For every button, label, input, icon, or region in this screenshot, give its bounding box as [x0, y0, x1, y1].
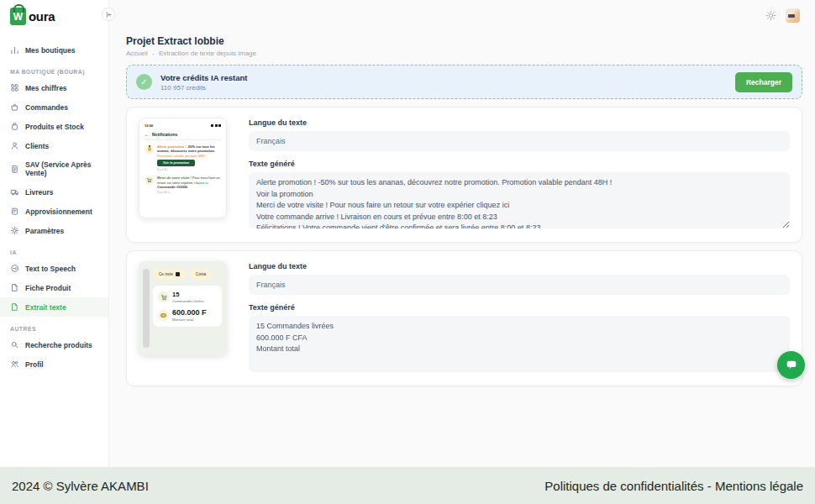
sidebar-item-approvisionnement[interactable]: Approvisionnement — [0, 202, 108, 221]
credits-amount: 110 957 crédits — [160, 84, 247, 92]
topbar — [109, 0, 815, 30]
gear-icon — [10, 226, 19, 235]
source-image-thumbnail-dashboard[interactable]: Ce mois Conta 15 Commandes livrées — [139, 261, 227, 355]
credits-banner: ✓ Votre crédits IA restant 110 957 crédi… — [126, 65, 802, 99]
phone-screen-header: ← Notifications — [145, 132, 221, 140]
language-label: Langue du texte — [249, 262, 790, 270]
grid-icon — [10, 83, 19, 92]
stat-value: 15 — [172, 291, 204, 298]
money-icon — [158, 310, 169, 321]
notif-timestamp: Il y a 1h — [157, 168, 221, 171]
stat-value: 600.000 F — [172, 308, 207, 317]
notif-lead: Alerte promotion ! — [157, 144, 187, 149]
receipt-icon — [10, 165, 19, 174]
generated-text-label: Texte généré — [249, 303, 790, 312]
sidebar-item-profil[interactable]: Profil — [0, 354, 108, 374]
sidebar-item-text-to-speech[interactable]: Text to Speech — [0, 259, 108, 278]
main-content: Projet Extract lobbie Accueil - Extracti… — [109, 30, 815, 467]
basket-icon — [10, 102, 19, 112]
user-avatar[interactable] — [786, 8, 800, 23]
sidebar-item-label: Commandes — [25, 103, 68, 112]
contact-pill: Conta — [190, 269, 212, 280]
clipboard-icon — [10, 207, 19, 216]
generated-text-area[interactable]: Alerte promotion ! -50% sur tous les ana… — [249, 172, 790, 228]
breadcrumb-current: Extraction de texte depuis image — [159, 50, 256, 57]
notif-timestamp: Il y a 30 s — [157, 191, 221, 194]
language-input[interactable] — [249, 275, 790, 295]
sidebar-item-mes-boutiques[interactable]: Mes boutiques — [0, 40, 108, 60]
generated-text-area[interactable]: 15 Commandes livrées 600.000 F CFA Monta… — [249, 316, 790, 372]
brand-name: oura — [29, 9, 55, 24]
sidebar-item-label: Approvisionnement — [25, 207, 92, 216]
notification-item: Alerte promotion ! -50% sur tous les ana… — [145, 144, 221, 171]
search-icon — [10, 340, 19, 349]
sidebar-item-produits-stock[interactable]: Produits et Stock — [0, 117, 108, 136]
generated-text-label: Texte généré — [249, 160, 790, 168]
thumbnail-filter-pills: Ce mois Conta — [153, 269, 227, 280]
app-root: W oura Mes boutiques MA BOUTIQUE (BOURA)… — [0, 0, 815, 504]
truck-icon — [10, 187, 19, 197]
calendar-icon — [176, 272, 180, 276]
signal-icon — [211, 124, 213, 127]
sidebar-section-title: MA BOUTIQUE (BOURA) — [0, 60, 108, 78]
footer: 2024 © Sylvère AKAMBI Politiques de conf… — [0, 467, 815, 504]
extraction-card-1: 12:00 ← Notifications Alerte promotion !… — [126, 107, 802, 243]
phone-screen-title: Notifications — [152, 132, 177, 137]
recharge-button[interactable]: Recharger — [735, 72, 792, 92]
stat-row: 15 Commandes livrées — [158, 291, 217, 303]
person-icon — [10, 141, 19, 150]
source-image-thumbnail-phone[interactable]: 12:00 ← Notifications Alerte promotion !… — [139, 118, 227, 218]
phone-status-bar: 12:00 — [145, 123, 221, 128]
users-icon — [10, 360, 19, 369]
sidebar-item-commandes[interactable]: Commandes — [0, 97, 108, 117]
sidebar-item-livreurs[interactable]: Livreurs — [0, 182, 108, 202]
sidebar-item-clients[interactable]: Clients — [0, 136, 108, 155]
extraction-form-1: Langue du texte Texte généré Alerte prom… — [249, 118, 790, 232]
page-title: Projet Extract lobbie — [126, 35, 802, 47]
sidebar-item-recherche-produits[interactable]: Recherche produits — [0, 335, 108, 354]
sidebar-item-label: Mes boutiques — [25, 46, 76, 55]
stat-label: Commandes livrées — [172, 299, 204, 303]
notification-text: Alerte promotion ! -50% sur tous les ana… — [157, 144, 221, 158]
file-text-icon — [10, 302, 19, 312]
chat-widget-button[interactable] — [777, 351, 805, 379]
chat-bubble-icon — [785, 359, 798, 372]
extraction-card-2: Ce mois Conta 15 Commandes livrées — [126, 250, 802, 386]
brand-logo: W oura — [0, 0, 108, 25]
collapse-sidebar-icon — [105, 11, 113, 18]
breadcrumb-home[interactable]: Accueil — [126, 50, 148, 57]
phone-time: 12:00 — [145, 123, 153, 128]
notification-item: Merci de votre visite ! Pour nous faire … — [145, 176, 221, 194]
footer-legal-links[interactable]: Politiques de confidentialités - Mention… — [544, 479, 803, 493]
check-icon: ✓ — [136, 74, 152, 90]
theme-toggle-button[interactable] — [765, 10, 776, 21]
extraction-form-2: Langue du texte Texte généré 15 Commande… — [249, 261, 790, 375]
cart-icon — [158, 291, 169, 302]
notif-tail: Promotion valable pendant 48H ! — [157, 154, 206, 158]
sidebar-item-fiche-produit[interactable]: Fiche Produit — [0, 278, 108, 297]
sidebar-item-extrait-texte[interactable]: Extrait texte — [0, 297, 108, 317]
collapse-sidebar-button[interactable] — [102, 8, 115, 21]
speaker-icon — [10, 264, 19, 273]
file-icon — [10, 283, 19, 292]
sidebar-item-label: Recherche produits — [25, 341, 92, 349]
chart-icon — [10, 45, 19, 55]
phone-status-icons — [211, 124, 221, 127]
sidebar-item-label: Extrait texte — [25, 303, 66, 312]
sidebar-item-label: Text to Speech — [25, 265, 76, 273]
pill-label: Conta — [196, 272, 206, 276]
breadcrumb-separator: - — [152, 50, 155, 57]
cart-icon — [145, 176, 154, 185]
credits-title: Votre crédits IA restant — [160, 73, 247, 82]
pineapple-icon — [145, 144, 154, 154]
sidebar-item-label: Fiche Produit — [25, 284, 71, 292]
sidebar-item-label: Mes chiffres — [25, 84, 67, 92]
sidebar-item-mes-chiffres[interactable]: Mes chiffres — [0, 78, 108, 97]
language-input[interactable] — [249, 131, 790, 151]
stat-label: Montant total. — [172, 318, 207, 322]
sidebar-item-sav[interactable]: SAV (Service Après Vente) — [0, 155, 108, 182]
sun-icon — [765, 10, 776, 21]
sidebar-item-parametres[interactable]: Paramètres — [0, 221, 108, 240]
language-label: Langue du texte — [249, 118, 790, 127]
notif-order: Commande #10000 — [157, 185, 187, 189]
